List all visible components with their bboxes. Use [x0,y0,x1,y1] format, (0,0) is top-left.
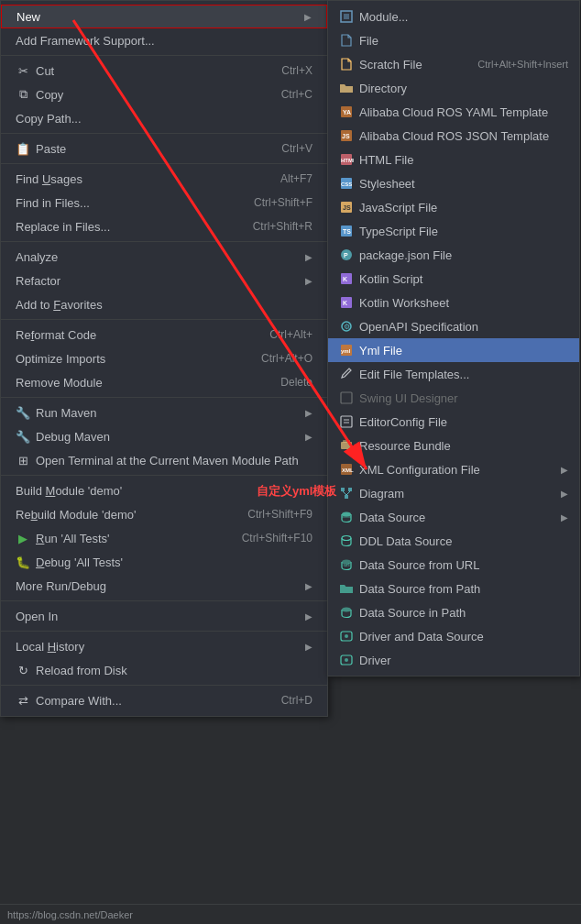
reload-icon: ↻ [16,663,30,677]
menu-item-compare-with-label: Compare With... [36,694,122,708]
menu-item-more-run-debug[interactable]: More Run/Debug ▶ [1,574,327,598]
copy-icon: ⧉ [16,87,30,102]
annotation-text: 自定义yml模板 [257,483,336,500]
menu-item-add-framework[interactable]: Add Framework Support... [1,28,327,52]
right-menu-item-stylesheet[interactable]: CSS Stylesheet [328,171,579,195]
menu-item-rebuild-module[interactable]: Rebuild Module 'demo' Ctrl+Shift+F9 [1,502,327,526]
right-menu-item-driver-and-data-source[interactable]: Driver and Data Source [328,624,579,648]
menu-item-run-maven[interactable]: 🔧 Run Maven ▶ [1,401,327,424]
right-menu-item-swing-label: Swing UI Designer [359,391,458,405]
new-arrow-icon: ▶ [304,12,312,22]
menu-item-copy-path[interactable]: Copy Path... [1,106,327,130]
svg-rect-30 [341,442,352,449]
menu-item-refactor[interactable]: Refactor ▶ [1,269,327,292]
menu-item-add-to-favorites[interactable]: Add to Favorites [1,292,327,316]
menu-item-debug-all-tests-label: Debug 'All Tests' [36,556,123,569]
right-menu-item-html[interactable]: HTML HTML File [328,148,579,171]
right-menu-item-data-source-url[interactable]: url Data Source from URL [328,553,579,577]
menu-item-copy-label: Copy [36,88,63,102]
menu-item-open-in[interactable]: Open In ▶ [1,604,327,628]
data-source-icon [339,510,354,524]
menu-item-find-in-files-label: Find in Files... [16,196,90,210]
left-context-menu: New ▶ Add Framework Support... ✂ Cut Ctr… [0,0,328,717]
right-menu-item-kotlin-worksheet-label: Kotlin Worksheet [359,296,449,310]
right-menu-item-openapi-label: OpenAPI Specification [359,320,478,334]
menu-item-cut[interactable]: ✂ Cut Ctrl+X [1,59,327,82]
editorconfig-icon [339,414,354,429]
right-menu-item-data-source-in-path[interactable]: Data Source in Path [328,600,579,624]
svg-line-38 [346,491,350,495]
right-menu-item-alibaba-json[interactable]: JS Alibaba Cloud ROS JSON Template [328,124,579,148]
file-icon [339,33,354,48]
right-menu-item-package-json[interactable]: P package.json File [328,243,579,267]
rebuild-shortcut: Ctrl+Shift+F9 [247,508,312,521]
menu-item-local-history[interactable]: Local History ▶ [1,634,327,658]
menu-item-analyze[interactable]: Analyze ▶ [1,245,327,269]
menu-item-open-terminal[interactable]: ⊞ Open Terminal at the Current Maven Mod… [1,448,327,472]
svg-text:yml: yml [341,348,351,354]
menu-item-reload-from-disk[interactable]: ↻ Reload from Disk [1,658,327,682]
right-menu-item-diagram[interactable]: Diagram ▶ [328,481,579,505]
menu-item-debug-all-tests[interactable]: 🐛 Debug 'All Tests' [1,550,327,574]
right-menu-item-scratch[interactable]: Scratch File Ctrl+Alt+Shift+Insert [328,52,579,76]
right-menu-item-kotlin-worksheet[interactable]: K Kotlin Worksheet [328,291,579,314]
swing-ui-icon [339,390,354,405]
right-menu-item-data-source-path-label: Data Source from Path [359,582,480,596]
right-menu-item-typescript[interactable]: TS TypeScript File [328,219,579,243]
right-menu-item-editorconfig[interactable]: EditorConfig File [328,410,579,434]
menu-item-find-usages[interactable]: Find Usages Alt+F7 [1,167,327,191]
right-menu-item-kotlin-script[interactable]: K Kotlin Script [328,267,579,291]
right-menu-item-module[interactable]: Module... [328,5,579,28]
right-menu-item-ddl-data-source[interactable]: DDL Data Source [328,529,579,553]
right-menu-item-module-label: Module... [359,10,408,24]
right-menu-item-xml-config[interactable]: XML XML Configuration File ▶ [328,457,579,481]
right-menu-item-edit-templates[interactable]: Edit File Templates... [328,362,579,386]
right-menu-item-typescript-label: TypeScript File [359,225,438,238]
right-menu-item-xml-config-label: XML Configuration File [359,463,480,477]
menu-item-run-all-tests[interactable]: ▶ Run 'All Tests' Ctrl+Shift+F10 [1,526,327,550]
right-menu-item-data-source-url-label: Data Source from URL [359,558,480,572]
menu-item-reformat-code[interactable]: Reformat Code Ctrl+Alt+ [1,323,327,346]
menu-item-debug-maven[interactable]: 🔧 Debug Maven ▶ [1,424,327,448]
separator-5 [1,319,327,320]
driver-and-data-source-icon [339,629,354,644]
menu-item-more-run-debug-label: More Run/Debug [16,579,106,593]
right-menu-item-openapi[interactable]: ⚙ OpenAPI Specification [328,314,579,338]
menu-item-paste-label: Paste [36,142,66,156]
right-menu-item-resource-bundle[interactable]: Resource Bundle [328,434,579,457]
menu-item-copy[interactable]: ⧉ Copy Ctrl+C [1,82,327,106]
run-icon: ▶ [16,531,30,545]
menu-item-compare-with[interactable]: ⇄ Compare With... Ctrl+D [1,688,327,712]
menu-item-paste[interactable]: 📋 Paste Ctrl+V [1,137,327,160]
right-menu-item-edit-templates-label: Edit File Templates... [359,368,469,381]
menu-item-optimize-imports[interactable]: Optimize Imports Ctrl+Alt+O [1,346,327,370]
right-menu-item-data-source-path[interactable]: Data Source from Path [328,577,579,600]
menu-item-find-in-files[interactable]: Find in Files... Ctrl+Shift+F [1,191,327,214]
svg-point-46 [345,634,348,638]
right-menu-item-editorconfig-label: EditorConfig File [359,415,447,429]
separator-1 [1,55,327,56]
right-menu-item-yml[interactable]: yml Yml File [328,338,579,362]
right-menu-item-driver[interactable]: Driver [328,648,579,672]
right-menu-item-file[interactable]: File [328,28,579,52]
right-menu-item-javascript[interactable]: JS JavaScript File [328,195,579,219]
right-menu-item-directory[interactable]: Directory [328,76,579,100]
right-menu-item-data-source-label: Data Source [359,511,425,524]
javascript-file-icon: JS [339,200,354,214]
svg-point-41 [342,536,351,541]
right-menu-item-data-source[interactable]: Data Source ▶ [328,505,579,529]
right-menu-item-alibaba-yaml[interactable]: YA Alibaba Cloud ROS YAML Template [328,100,579,124]
copy-shortcut: Ctrl+C [281,88,312,101]
remove-module-shortcut: Delete [280,376,312,389]
menu-item-new[interactable]: New ▶ [1,5,327,28]
right-menu-item-resource-bundle-label: Resource Bundle [359,439,451,453]
kotlin-worksheet-icon: K [339,295,354,310]
status-bar: https://blog.csdn.net/Daeker [0,904,581,924]
menu-item-replace-in-files[interactable]: Replace in Files... Ctrl+Shift+R [1,214,327,238]
menu-item-remove-module[interactable]: Remove Module Delete [1,370,327,394]
svg-rect-3 [344,14,349,19]
right-menu-item-html-label: HTML File [359,153,413,167]
stylesheet-icon: CSS [339,176,354,191]
driver-icon [339,653,354,667]
terminal-icon: ⊞ [16,453,30,468]
